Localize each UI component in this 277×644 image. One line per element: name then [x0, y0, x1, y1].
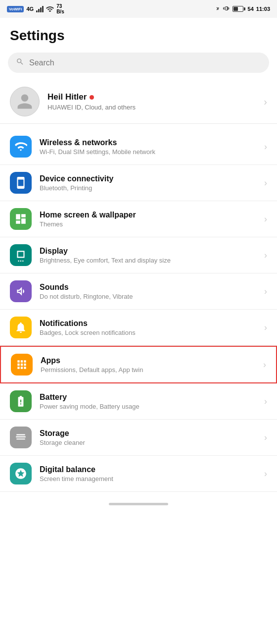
notifications-title: Notifications [40, 319, 256, 328]
settings-item-wireless[interactable]: Wireless & networks Wi-Fi, Dual SIM sett… [0, 129, 277, 165]
avatar-icon [16, 93, 34, 110]
notifications-chevron-icon: › [264, 322, 267, 333]
notifications-icon [10, 317, 32, 338]
sounds-title: Sounds [40, 283, 256, 292]
display-icon [10, 244, 32, 266]
wireless-text: Wireless & networks Wi-Fi, Dual SIM sett… [40, 138, 256, 156]
profile-name: Heil Hitler [47, 92, 256, 102]
speed-indicator: 73 B/s [56, 3, 64, 14]
wireless-title: Wireless & networks [40, 138, 256, 147]
apps-subtitle: Permissions, Default apps, App twin [41, 366, 255, 374]
wireless-subtitle: Wi-Fi, Dual SIM settings, Mobile network [40, 148, 256, 156]
battery-fill [233, 7, 238, 11]
device-chevron-icon: › [264, 178, 267, 188]
sounds-subtitle: Do not disturb, Ringtone, Vibrate [40, 293, 256, 300]
sounds-chevron-icon: › [264, 286, 267, 297]
settings-item-digitalbalance[interactable]: Digital balance Screen time management › [0, 456, 277, 492]
status-bar: VoWiFi 4G 73 B/s [0, 0, 277, 18]
digitalbalance-text: Digital balance Screen time management [40, 465, 256, 483]
signal-bar-1 [36, 10, 38, 12]
sounds-text: Sounds Do not disturb, Ringtone, Vibrate [40, 283, 256, 300]
settings-item-notifications[interactable]: Notifications Badges, Lock screen notifi… [0, 310, 277, 346]
battery-setting-icon [10, 390, 32, 412]
signal-bar-3 [40, 7, 42, 12]
sounds-icon [10, 280, 32, 302]
status-right: 54 11:03 [215, 4, 270, 13]
homescreen-icon [10, 208, 32, 230]
wireless-chevron-icon: › [264, 142, 267, 152]
svg-rect-0 [19, 177, 20, 178]
digitalbalance-icon [10, 463, 32, 484]
settings-item-sounds[interactable]: Sounds Do not disturb, Ringtone, Vibrate… [0, 273, 277, 310]
search-input[interactable] [29, 58, 261, 67]
storage-subtitle: Storage cleaner [40, 439, 256, 446]
apps-text: Apps Permissions, Default apps, App twin [41, 356, 255, 374]
profile-chevron-icon: › [264, 96, 267, 107]
display-subtitle: Brightness, Eye comfort, Text and displa… [40, 257, 256, 264]
digitalbalance-chevron-icon: › [264, 469, 267, 479]
status-left: VoWiFi 4G 73 B/s [7, 3, 64, 14]
apps-title: Apps [41, 356, 255, 365]
profile-section[interactable]: Heil Hitler HUAWEI ID, Cloud, and others… [0, 80, 277, 124]
svg-rect-1 [22, 177, 23, 178]
profile-name-text: Heil Hitler [47, 92, 87, 102]
search-icon [16, 57, 24, 68]
time-display: 11:03 [256, 6, 270, 12]
device-subtitle: Bluetooth, Printing [40, 184, 256, 192]
battery-indicator [232, 6, 245, 12]
home-bar[interactable] [0, 497, 277, 513]
settings-item-display[interactable]: Display Brightness, Eye comfort, Text an… [0, 237, 277, 273]
digitalbalance-subtitle: Screen time management [40, 475, 256, 483]
settings-item-storage[interactable]: Storage Storage cleaner › [0, 420, 277, 456]
vowifi-label: VoWiFi [7, 6, 24, 12]
device-icon [10, 172, 32, 194]
home-bar-pill[interactable] [109, 503, 168, 505]
settings-list: Wireless & networks Wi-Fi, Dual SIM sett… [0, 129, 277, 492]
battery-title: Battery [40, 393, 256, 402]
apps-chevron-icon: › [263, 360, 266, 370]
settings-item-homescreen[interactable]: Home screen & wallpaper Themes › [0, 201, 277, 237]
settings-item-battery[interactable]: Battery Power saving mode, Battery usage… [0, 383, 277, 420]
page-title: Settings [0, 18, 277, 49]
bluetooth-icon [215, 4, 221, 13]
wireless-icon [10, 136, 32, 158]
settings-item-device[interactable]: Device connectivity Bluetooth, Printing … [0, 165, 277, 201]
vibrate-icon [223, 4, 230, 13]
notifications-subtitle: Badges, Lock screen notifications [40, 329, 256, 336]
battery-percentage: 54 [248, 6, 254, 12]
signal-bar-2 [38, 9, 40, 12]
homescreen-subtitle: Themes [40, 220, 256, 228]
settings-item-apps[interactable]: Apps Permissions, Default apps, App twin… [0, 346, 277, 383]
storage-title: Storage [40, 429, 256, 438]
wifi-icon [46, 5, 54, 13]
display-chevron-icon: › [264, 250, 267, 261]
apps-icon [11, 354, 33, 376]
storage-chevron-icon: › [264, 432, 267, 443]
device-title: Device connectivity [40, 174, 256, 183]
avatar [10, 87, 40, 116]
battery-subtitle: Power saving mode, Battery usage [40, 403, 256, 410]
battery-chevron-icon: › [264, 396, 267, 407]
device-text: Device connectivity Bluetooth, Printing [40, 174, 256, 192]
digitalbalance-title: Digital balance [40, 465, 256, 474]
display-text: Display Brightness, Eye comfort, Text an… [40, 247, 256, 264]
display-title: Display [40, 247, 256, 256]
homescreen-chevron-icon: › [264, 214, 267, 224]
battery-text: Battery Power saving mode, Battery usage [40, 393, 256, 410]
homescreen-text: Home screen & wallpaper Themes [40, 211, 256, 228]
storage-text: Storage Storage cleaner [40, 429, 256, 446]
signal-bar-4 [42, 6, 44, 12]
signal-bars [36, 5, 44, 12]
notifications-text: Notifications Badges, Lock screen notifi… [40, 319, 256, 336]
profile-subtitle: HUAWEI ID, Cloud, and others [47, 104, 256, 111]
network-type: 4G [26, 6, 34, 12]
online-indicator [90, 95, 94, 100]
homescreen-title: Home screen & wallpaper [40, 211, 256, 219]
storage-icon [10, 427, 32, 448]
search-bar[interactable] [8, 53, 269, 73]
profile-info: Heil Hitler HUAWEI ID, Cloud, and others [47, 92, 256, 111]
